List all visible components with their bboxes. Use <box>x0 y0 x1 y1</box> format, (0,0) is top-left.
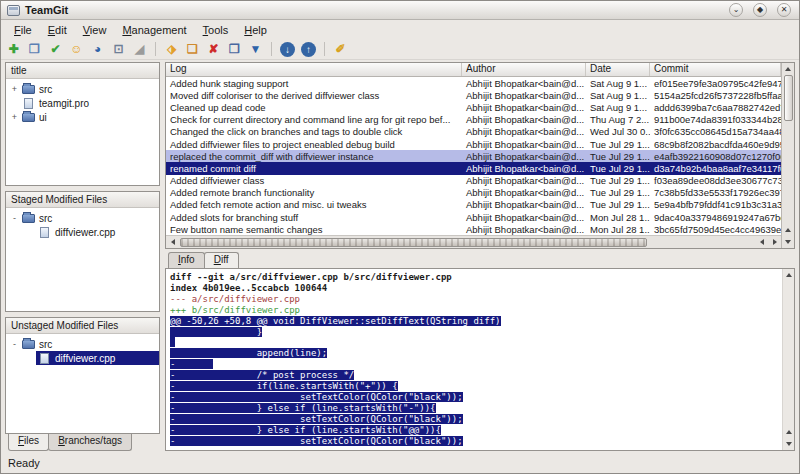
scroll-left-icon[interactable] <box>166 236 179 248</box>
log-row[interactable]: replaced the commit_diff with diffviewer… <box>166 150 781 162</box>
tree-item-diffviewer-cpp[interactable]: diffviewer.cpp <box>22 225 159 239</box>
diff-line: +++ b/src/diffviewer.cpp <box>170 305 780 316</box>
log-horizontal-scrollbar[interactable] <box>166 235 781 248</box>
file-icon <box>24 98 33 109</box>
diff-viewer: diff --git a/src/diffviewer.cpp b/src/di… <box>165 268 795 451</box>
unstage-box-icon[interactable]: ❐ <box>226 41 243 58</box>
scroll-up-icon[interactable] <box>782 269 795 281</box>
close-button[interactable]: ✕ <box>777 3 791 17</box>
file-icon <box>40 227 49 238</box>
scroll-right-icon[interactable] <box>768 236 781 248</box>
menu-help[interactable]: Help <box>236 22 275 38</box>
cell-log: Added fetch remote action and misc. ui t… <box>166 199 462 210</box>
log-row[interactable]: Added diffviewer classAbhijit Bhopatkar<… <box>166 175 781 187</box>
file-icon <box>40 353 49 364</box>
log-row[interactable]: Changed the click on branches and tags t… <box>166 126 781 138</box>
tree-item-src[interactable]: -src <box>6 337 159 351</box>
vertical-scrollbar-thumb[interactable] <box>784 75 793 121</box>
history-icon[interactable]: ◕ <box>89 41 106 58</box>
scroll-up-icon[interactable] <box>782 426 795 438</box>
menu-edit[interactable]: Edit <box>40 22 75 38</box>
screenshot-icon[interactable]: ⊡ <box>110 41 127 58</box>
push-icon[interactable]: ↑ <box>301 42 316 57</box>
tab-branches-tags[interactable]: Branches/tags <box>48 434 132 451</box>
cell-commit: addd6399ba7c6aa7882742ed7297 <box>650 102 781 113</box>
log-row[interactable]: Cleaned up dead codeAbhijit Bhopatkar<ba… <box>166 101 781 113</box>
tree-item-label: src <box>39 84 52 95</box>
log-row[interactable]: renamed commit diffAbhijit Bhopatkar<bai… <box>166 162 781 174</box>
log-row[interactable]: Added hunk staging supportAbhijit Bhopat… <box>166 77 781 89</box>
tree-item-teamgit-pro[interactable]: teamgit.pro <box>6 96 159 110</box>
cell-date: Tue Jul 29 1... <box>586 199 650 210</box>
diff-line: @@ -50,26 +50,8 @@ void DiffViewer::setD… <box>170 316 780 327</box>
log-row[interactable]: Added slots for branching stuffAbhijit B… <box>166 211 781 223</box>
menu-management[interactable]: Management <box>114 22 194 38</box>
expander-icon[interactable]: + <box>9 112 20 122</box>
pull-icon[interactable]: ↓ <box>280 42 295 57</box>
horizontal-scrollbar-thumb[interactable] <box>180 238 647 247</box>
delete-icon[interactable]: ✘ <box>205 41 222 58</box>
cell-log: Check for current directory and command … <box>166 114 462 125</box>
checkout-icon[interactable]: ▼ <box>247 41 264 58</box>
diff-line: } <box>170 327 780 338</box>
log-row[interactable]: Few button name semantic changesAbhijit … <box>166 223 781 235</box>
scroll-up-icon[interactable] <box>782 63 795 75</box>
log-vertical-scrollbar[interactable] <box>781 63 794 248</box>
shade-button[interactable]: ⌄ <box>729 3 743 17</box>
tree-item-ui[interactable]: +ui <box>6 110 159 124</box>
diff-vertical-scrollbar[interactable] <box>782 269 794 450</box>
tab-files[interactable]: Files <box>8 434 49 451</box>
project-tree-panel: title +srcteamgit.pro+ui <box>5 62 160 186</box>
tree-item-src[interactable]: +src <box>6 82 159 96</box>
expander-icon[interactable]: + <box>9 84 20 94</box>
add-icon[interactable]: ✚ <box>5 41 22 58</box>
tree-item-src[interactable]: -src <box>6 211 159 225</box>
menu-tools[interactable]: Tools <box>195 22 237 38</box>
menu-view[interactable]: View <box>75 22 115 38</box>
cell-author: Abhijit Bhopatkar<bain@d... <box>462 78 586 89</box>
tree-item-body: ui <box>20 110 159 124</box>
commit-log-main: LogAuthorDateCommit Added hunk staging s… <box>166 63 781 248</box>
scroll-up-icon[interactable] <box>782 224 795 236</box>
log-row[interactable]: Added remote branch functionalityAbhijit… <box>166 187 781 199</box>
tab-diff[interactable]: Diff <box>204 252 239 268</box>
clean-icon[interactable]: ✐ <box>332 41 349 58</box>
diff-line: - <box>170 359 780 370</box>
ramp-icon[interactable]: ◢ <box>131 41 148 58</box>
scroll-left-icon[interactable] <box>755 236 768 248</box>
tree-item-diffviewer-cpp[interactable]: diffviewer.cpp <box>22 351 159 365</box>
smiley-icon[interactable]: ☺ <box>68 41 85 58</box>
cell-date: Thu Aug 7 2... <box>586 114 650 125</box>
window-controls: ⌄◆✕ <box>729 3 793 17</box>
tab-info[interactable]: Info <box>168 252 205 268</box>
tag-icon[interactable]: ⬗ <box>163 41 180 58</box>
diff-text[interactable]: diff --git a/src/diffviewer.cpp b/src/di… <box>166 269 782 450</box>
scroll-down-icon[interactable] <box>782 438 795 450</box>
log-row[interactable]: Moved diff coloriser to the derived diff… <box>166 89 781 101</box>
column-header-commit[interactable]: Commit <box>650 63 781 76</box>
apply-icon[interactable]: ✔ <box>47 41 64 58</box>
scroll-down-icon[interactable] <box>782 236 795 248</box>
cell-author: Abhijit Bhopatkar<bain@d... <box>462 139 586 150</box>
log-row[interactable]: Check for current directory and command … <box>166 114 781 126</box>
maximize-button[interactable]: ◆ <box>753 3 767 17</box>
column-header-author[interactable]: Author <box>462 63 586 76</box>
column-header-log[interactable]: Log <box>166 63 462 76</box>
stage-box-icon[interactable]: ❏ <box>184 41 201 58</box>
log-row[interactable]: Added diffviewer files to project eneabl… <box>166 138 781 150</box>
expander-icon[interactable]: - <box>9 339 20 349</box>
open-repo-icon[interactable]: ❐ <box>26 41 43 58</box>
left-sidebar: title +srcteamgit.pro+ui Staged Modified… <box>5 62 160 451</box>
tree-item-label: teamgit.pro <box>39 98 89 109</box>
staged-files-header: Staged Modified Files <box>6 192 159 208</box>
toolbar-separator <box>271 42 272 56</box>
column-header-date[interactable]: Date <box>586 63 650 76</box>
unstaged-files-panel: Unstaged Modified Files -srcdiffviewer.c… <box>5 317 160 434</box>
log-row[interactable]: Added fetch remote action and misc. ui t… <box>166 199 781 211</box>
cell-date: Tue Jul 29 1... <box>586 163 650 174</box>
diff-line: - if(line.startsWith("+")) { <box>170 381 780 392</box>
diff-line <box>170 337 780 348</box>
expander-icon[interactable]: - <box>9 213 20 223</box>
menu-file[interactable]: File <box>6 22 40 38</box>
titlebar[interactable]: TeamGit ⌄◆✕ <box>1 1 799 20</box>
